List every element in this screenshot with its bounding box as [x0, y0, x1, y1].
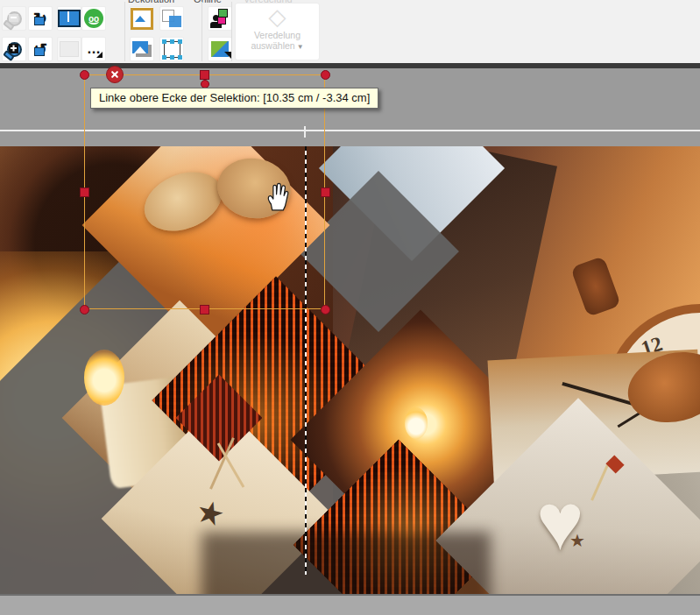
overlay-copy-button[interactable] — [159, 6, 184, 31]
toolbar-divider — [202, 2, 202, 61]
compare-images-icon — [58, 10, 81, 27]
compare-images-button[interactable] — [57, 6, 81, 31]
selection-delete-button[interactable] — [106, 66, 124, 83]
selection-handle-top-right[interactable] — [321, 70, 330, 80]
toolbar-divider — [124, 2, 125, 61]
zoom-in-button[interactable] — [2, 37, 26, 61]
image-disabled-icon — [60, 41, 79, 57]
selection-handle-bottom[interactable] — [200, 305, 209, 315]
landscape-flag-icon — [211, 41, 229, 57]
person-photos-icon — [210, 9, 230, 28]
selection-handle-top-left[interactable] — [80, 70, 89, 80]
picture-frame-icon — [131, 8, 153, 30]
rotate-left-button[interactable]: ↺ — [28, 37, 53, 61]
frame-button[interactable] — [130, 6, 154, 31]
collage-shadow — [202, 532, 491, 594]
image-shadow-icon — [132, 41, 152, 57]
zoom-in-icon — [7, 42, 22, 57]
group-label-dekoration: Dekoration — [128, 0, 174, 4]
selection-border-button[interactable] — [159, 37, 184, 61]
zoom-out-button — [2, 6, 26, 31]
group-label-online: Online — [194, 0, 222, 4]
dropdown-arrow-icon: ▼ — [297, 43, 304, 51]
selection-handle-bottom-right[interactable] — [321, 305, 330, 315]
smiley-fix-button[interactable]: oo — [81, 6, 106, 31]
selection-handle-bottom-left[interactable] — [80, 305, 89, 315]
selection-frame-icon — [164, 41, 180, 58]
veredelung-label-line1: Veredelung — [236, 30, 319, 40]
online-service-button[interactable] — [208, 37, 232, 61]
photo-editor-window: Dekoration Online Veredelung ↻ oo ↺ … — [0, 0, 700, 615]
ribbon-toolbar: Dekoration Online Veredelung ↻ oo ↺ … — [0, 0, 700, 63]
selection-handle-top[interactable] — [200, 70, 209, 80]
veredelung-auswaehlen-button: ◇ Veredelung auswählen▼ — [235, 3, 320, 60]
coordinate-tooltip: Linke obere Ecke der Selektion: [10.35 c… — [90, 88, 378, 109]
image-shadow-button[interactable] — [130, 37, 154, 61]
smiley-glasses-icon: oo — [84, 9, 103, 28]
toolbar-divider — [231, 2, 232, 61]
share-photo-button[interactable] — [208, 6, 232, 31]
more-options-button[interactable]: … — [81, 37, 106, 61]
tealight-flame — [405, 407, 428, 439]
selection-handle-left[interactable] — [80, 187, 89, 197]
veredelung-label-line2: auswählen▼ — [236, 40, 319, 51]
candle-flame — [84, 350, 124, 406]
image-tool-button-disabled — [57, 37, 81, 61]
heart-star-cutout: ★ — [569, 530, 585, 551]
hand-cursor — [265, 180, 289, 216]
zoom-out-icon — [7, 11, 22, 26]
diamond-icon: ◇ — [236, 4, 319, 30]
overlapping-shapes-icon — [162, 10, 181, 27]
rotate-right-button[interactable]: ↻ — [28, 6, 53, 31]
bottom-scroll-area — [0, 594, 700, 615]
selection-handle-right[interactable] — [321, 187, 330, 197]
